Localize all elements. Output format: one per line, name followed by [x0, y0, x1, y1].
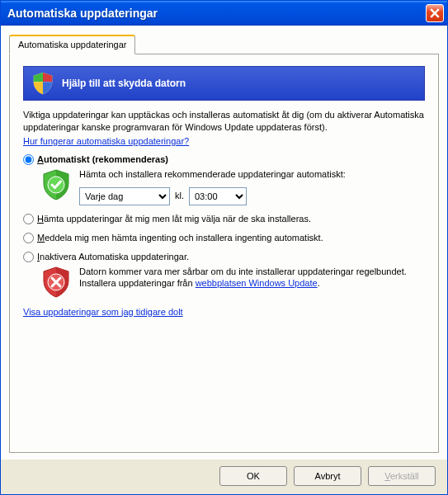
tab-page: Hjälp till att skydda datorn Viktiga upp…: [9, 54, 439, 453]
window-title: Automatiska uppdateringar: [7, 7, 426, 20]
option-automatic: Automatiskt (rekommenderas) Hämta och in…: [23, 154, 425, 205]
titlebar: Automatiska uppdateringar: [1, 1, 447, 26]
button-bar: OK Avbryt Verkställ: [1, 460, 447, 494]
show-hidden-updates-link[interactable]: Visa uppdateringar som jag tidigare dolt: [23, 307, 183, 317]
tabstrip: Automatiska uppdateringar: [9, 35, 439, 54]
radio-disable[interactable]: [23, 252, 34, 262]
radio-automatic-label[interactable]: Automatiskt (rekommenderas): [37, 154, 168, 164]
shield-ok-icon: [40, 168, 73, 201]
disable-warn2: Installera uppdateringar från webbplatse…: [79, 277, 425, 290]
radio-automatic[interactable]: [23, 154, 34, 165]
apply-button: Verkställ: [368, 466, 436, 486]
option-download-only: Hämta uppdateringar åt mig men låt mig v…: [23, 214, 425, 224]
kl-label: kl.: [175, 190, 184, 202]
option-notify-only: Meddela mig men hämta ingenting och inst…: [23, 233, 425, 243]
disable-warn1: Datorn kommer vara mer sårbar om du inte…: [79, 266, 425, 278]
radio-download-only[interactable]: [23, 214, 34, 224]
select-time[interactable]: 03:00: [189, 187, 247, 205]
windows-update-site-link[interactable]: webbplatsen Windows Update: [196, 277, 318, 290]
window: Automatiska uppdateringar Automatiska up…: [0, 0, 448, 495]
automatic-desc: Hämta och installera rekommenderade uppd…: [79, 168, 425, 181]
banner-text: Hjälp till att skydda datorn: [62, 78, 186, 89]
select-day[interactable]: Varje dag: [79, 187, 170, 205]
schedule-row: Varje dag kl. 03:00: [79, 187, 425, 205]
tab-automatic-updates[interactable]: Automatiska uppdateringar: [9, 35, 135, 54]
close-button[interactable]: [426, 4, 444, 22]
radio-download-only-label[interactable]: Hämta uppdateringar åt mig men låt mig v…: [37, 214, 311, 224]
close-icon: [430, 8, 440, 18]
options-group: Automatiskt (rekommenderas) Hämta och in…: [23, 154, 425, 299]
radio-notify-only-label[interactable]: Meddela mig men hämta ingenting och inst…: [37, 233, 323, 243]
description-text: Viktiga uppdateringar kan upptäckas och …: [23, 109, 425, 134]
client-area: Automatiska uppdateringar Hjälp till att…: [1, 26, 447, 460]
shield-warn-icon: [40, 266, 73, 299]
how-it-works-link[interactable]: Hur fungerar automatiska uppdateringar?: [23, 136, 189, 146]
banner: Hjälp till att skydda datorn: [23, 66, 425, 101]
option-disable: Inaktivera Automatiska uppdateringar. Da…: [23, 252, 425, 299]
ok-button[interactable]: OK: [219, 466, 287, 486]
radio-disable-label[interactable]: Inaktivera Automatiska uppdateringar.: [37, 252, 189, 262]
cancel-button[interactable]: Avbryt: [294, 466, 361, 486]
radio-notify-only[interactable]: [23, 233, 34, 243]
shield-icon: [31, 71, 55, 96]
